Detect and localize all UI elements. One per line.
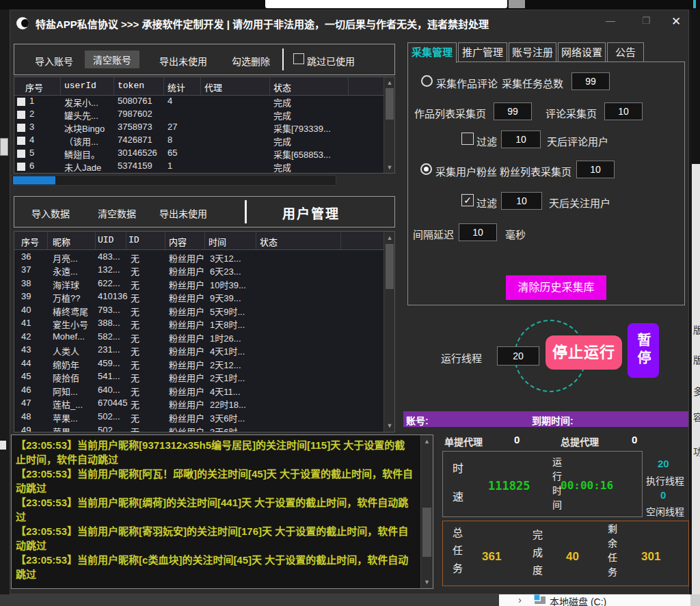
tab-promo-manage[interactable]: 推广管理 [458, 42, 507, 61]
tab-network-settings[interactable]: 网络设置 [558, 42, 606, 61]
col-header-content[interactable]: 内容 [169, 235, 187, 248]
table-row[interactable]: 45陵拾佰541...无粉丝用户2天1时... [14, 371, 383, 384]
maximize-button[interactable]: ❐ [642, 15, 651, 26]
scroll-up-icon[interactable]: ▲ [384, 234, 395, 241]
col-header-status[interactable]: 状态 [273, 81, 291, 94]
minimize-button[interactable]: — [606, 15, 615, 26]
table-row[interactable]: 43人类人231...无粉丝用户4天1时... [14, 344, 383, 357]
tab-collect-manage[interactable]: 采集管理 [407, 42, 457, 63]
users-panel-title: 用户管理 [282, 204, 340, 222]
explorer-item-label[interactable]: 本地磁盘 (C:) [550, 594, 606, 606]
clear-history-button[interactable]: 清除历史采集库 [506, 275, 606, 300]
table-row[interactable]: 2罐头先...7987602完成 [14, 109, 383, 122]
interval-input[interactable]: 10 [459, 223, 497, 241]
col-header-uid[interactable]: UID [98, 235, 113, 245]
col-header-token[interactable]: token [118, 81, 144, 91]
filter-comment-suffix: 天后评论用户 [547, 134, 608, 148]
log-panel: 【23:05:53】当前用户昵称[9371312x35h5编号居民]的关注时间[… [11, 435, 433, 589]
table-row[interactable]: 42Mohef...582...无粉丝用户1时26... [14, 331, 383, 344]
table-row[interactable]: 49苹果...502...无粉丝用户3天6时... [14, 425, 383, 432]
filter-follow-checkbox[interactable]: ✓ [461, 194, 474, 206]
import-accounts-button[interactable]: 导入账号 [35, 54, 73, 68]
check-delete-button[interactable]: 勾选删除 [232, 54, 270, 68]
filter-follow-days-input[interactable]: 10 [501, 192, 542, 210]
table-row[interactable]: 40椿终鸢尾793...无粉丝用户5天9时... [14, 305, 383, 318]
explorer-chevron-icon[interactable]: › [518, 594, 522, 605]
exec-threads-label: 执行线程 [646, 473, 684, 487]
row-checkbox[interactable] [17, 98, 25, 106]
table-row[interactable]: 36月亮...483...无粉丝用户3天12... [14, 251, 383, 264]
collect-fans-radio[interactable] [420, 163, 432, 175]
scrollbar-thumb[interactable] [422, 508, 431, 557]
scroll-down-icon[interactable]: ▼ [384, 422, 395, 429]
table-row[interactable]: 46阿知...640...无粉丝用户4天11... [14, 385, 383, 398]
table-row[interactable]: 48苹果...502...无粉丝用户3天6时... [14, 411, 383, 424]
table-row[interactable]: 41宴生小号388...无粉丝用户1天8时... [14, 318, 383, 331]
skip-used-checkbox[interactable] [293, 53, 304, 64]
row-checkbox[interactable] [17, 124, 25, 132]
scrollbar-thumb[interactable] [386, 244, 394, 289]
row-checkbox[interactable] [17, 111, 25, 119]
table-row[interactable]: 6未人Jade53741591完成 [14, 161, 383, 174]
table-row[interactable]: 38海洋球622...无粉丝用户10时39... [14, 278, 383, 291]
row-checkbox[interactable] [17, 150, 25, 158]
col-header-count[interactable]: 统计 [167, 81, 185, 94]
h-scrollbar-thumb[interactable] [13, 176, 55, 184]
col-header-seq[interactable]: 序号 [25, 81, 43, 94]
col-header-time[interactable]: 时间 [208, 235, 226, 248]
fans-pages-input[interactable]: 10 [576, 161, 615, 178]
scroll-down-icon[interactable]: ▼ [384, 164, 395, 171]
scrollbar-thumb[interactable] [386, 88, 394, 120]
comment-pages-input[interactable]: 10 [604, 102, 643, 120]
col-header-nickname[interactable]: 昵称 [53, 235, 70, 248]
comment-pages-label: 评论采集页 [546, 106, 597, 120]
run-threads-input[interactable]: 20 [497, 346, 539, 366]
close-button[interactable]: ✕ [671, 14, 681, 29]
scroll-up-icon[interactable]: ▲ [384, 79, 395, 86]
scroll-down-icon[interactable]: ▼ [421, 579, 433, 586]
scroll-up-icon[interactable]: ▲ [421, 438, 433, 445]
tab-account-register[interactable]: 账号注册 [509, 42, 556, 61]
row-checkbox[interactable] [17, 163, 25, 171]
table-row[interactable]: 37永遠...132...无粉丝用户6天23... [14, 264, 383, 277]
col-header-proxy[interactable]: 代理 [204, 81, 222, 94]
done-label: 完成度 [530, 529, 544, 583]
row-checkbox[interactable] [17, 137, 25, 145]
accounts-h-scrollbar[interactable] [11, 175, 336, 186]
table-row[interactable]: 5鳞翅目。3014652665采集[658853... [14, 148, 383, 161]
table-row[interactable]: 44绵奶年459...无粉丝用户2天12... [14, 358, 383, 371]
table-row[interactable]: 4（该用...74268718完成 [14, 135, 383, 148]
users-table-scrollbar[interactable]: ▲ ▼ [383, 232, 395, 432]
col-header-userid[interactable]: userId [64, 81, 96, 91]
tab-announcement[interactable]: 公告 [607, 42, 644, 61]
toolbar-divider [245, 200, 247, 223]
table-row[interactable]: 39万植??410136无粉丝用户9天39... [14, 291, 383, 304]
checkmark-icon: ✓ [463, 195, 472, 206]
log-scrollbar[interactable]: ▲ ▼ [420, 435, 433, 588]
table-row[interactable]: 47莲枯_...670445无粉丝用户22时18... [14, 398, 383, 411]
background-explorer-strip-right [690, 594, 700, 606]
work-pages-input[interactable]: 99 [494, 102, 532, 120]
collect-settings-panel [407, 61, 685, 305]
pause-button[interactable]: 暂停 [628, 323, 659, 378]
collect-comments-radio[interactable] [421, 75, 433, 87]
export-unused-accounts-button[interactable]: 导出未使用 [159, 54, 207, 68]
col-header-status[interactable]: 状态 [260, 235, 278, 248]
export-unused-data-button[interactable]: 导出未使用 [159, 206, 207, 220]
disk-icon[interactable] [535, 596, 546, 604]
task-total-input[interactable]: 99 [571, 72, 610, 90]
users-table: 序号 昵称 UID ID 内容 时间 状态 36月亮...483...无粉丝用户… [14, 231, 395, 432]
col-header-seq[interactable]: 序号 [21, 235, 39, 248]
filter-comment-checkbox[interactable] [461, 133, 474, 145]
clear-accounts-button[interactable]: 清空账号 [85, 51, 139, 68]
stop-run-button[interactable]: 停止运行 [546, 335, 622, 370]
table-row[interactable]: 3冰块Bingo375897327采集[793339... [14, 122, 383, 135]
accounts-table-scrollbar[interactable]: ▲ ▼ [383, 77, 395, 173]
col-header-id[interactable]: ID [129, 235, 139, 245]
clear-data-button[interactable]: 清空数据 [98, 206, 136, 220]
filter-comment-days-input[interactable]: 10 [501, 130, 541, 148]
tasks-box: 总任务 361 完成度 40 剩余任务 301 [442, 521, 689, 586]
filter-follow-suffix: 天后关注用户 [549, 195, 610, 210]
table-row[interactable]: 1发呆小...50807614完成 [14, 96, 383, 109]
import-data-button[interactable]: 导入数据 [31, 206, 70, 220]
